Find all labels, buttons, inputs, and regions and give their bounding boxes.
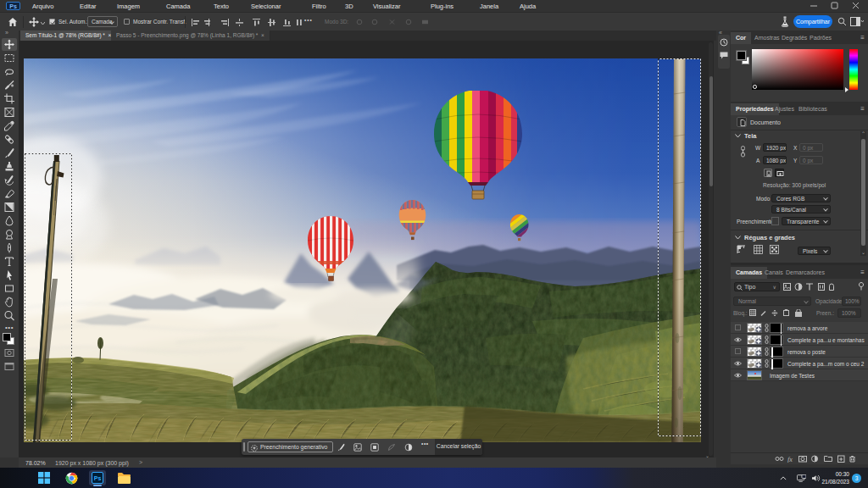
- svg-text:fx: fx: [787, 456, 793, 463]
